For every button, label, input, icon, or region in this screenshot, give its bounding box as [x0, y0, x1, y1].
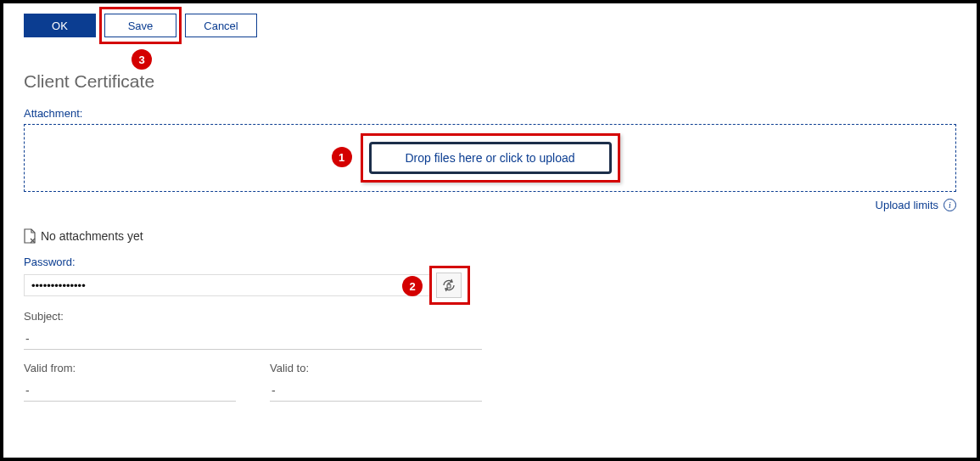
info-icon: i — [944, 199, 956, 211]
toolbar: OK Save 3 Cancel — [24, 14, 956, 37]
document-missing-icon — [24, 228, 36, 244]
valid-from-label: Valid from: — [24, 362, 236, 374]
subject-value: - — [24, 327, 482, 350]
valid-to-label: Valid to: — [270, 362, 482, 374]
password-input[interactable] — [24, 274, 431, 296]
password-label: Password: — [24, 256, 956, 268]
cancel-button[interactable]: Cancel — [185, 14, 257, 37]
annotation-badge-1: 1 — [332, 147, 352, 167]
subject-label: Subject: — [24, 310, 482, 323]
upload-limits-link[interactable]: Upload limits i — [24, 199, 956, 211]
attachment-dropzone[interactable]: Drop files here or click to upload 1 — [24, 124, 956, 192]
valid-to-value: - — [270, 379, 482, 402]
ok-button[interactable]: OK — [24, 14, 96, 37]
lock-refresh-icon — [441, 278, 456, 293]
upload-button[interactable]: Drop files here or click to upload — [369, 142, 612, 174]
svg-rect-2 — [447, 284, 451, 288]
reveal-password-button[interactable] — [436, 273, 462, 298]
page-title: Client Certificate — [24, 71, 956, 92]
annotation-badge-3: 3 — [132, 49, 152, 70]
save-button[interactable]: Save — [104, 14, 176, 37]
attachment-label: Attachment: — [24, 107, 956, 120]
no-attachments-text: No attachments yet — [41, 229, 143, 243]
valid-from-value: - — [24, 379, 236, 402]
no-attachments-message: No attachments yet — [24, 228, 956, 244]
upload-limits-label: Upload limits — [876, 199, 938, 211]
